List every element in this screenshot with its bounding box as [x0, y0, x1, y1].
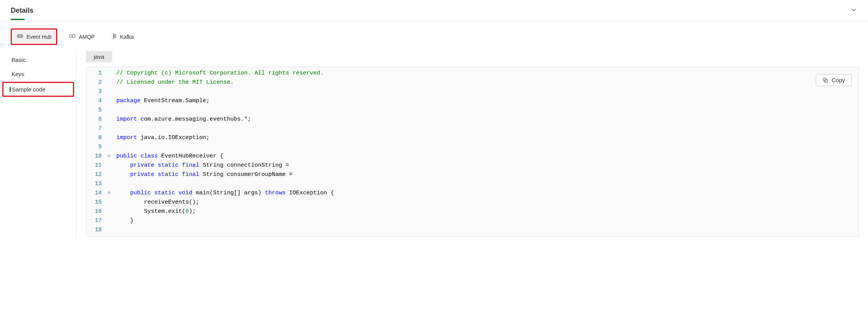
fold-marker: [106, 142, 112, 152]
fold-marker: [106, 179, 112, 189]
line-number: 8: [93, 133, 102, 142]
code-view[interactable]: 123456789101112131415161718 ⊟⊟ // Copyri…: [86, 67, 858, 236]
highlight-sidebar-sample-code: Sample code: [2, 82, 74, 97]
copy-icon: [822, 77, 828, 83]
protocol-tabs: Event Hub AMQP Kafka: [0, 22, 868, 48]
fold-marker[interactable]: ⊟: [106, 189, 112, 198]
fold-marker: [106, 69, 112, 78]
line-number: 7: [93, 124, 102, 133]
fold-marker: [106, 115, 112, 124]
code-line: public static void main(String[] args) t…: [116, 189, 855, 198]
line-number: 16: [93, 207, 102, 216]
code-line: private static final String consumerGrou…: [116, 170, 855, 179]
fold-marker: [106, 216, 112, 225]
line-number: 15: [93, 198, 102, 207]
copy-label: Copy: [832, 77, 845, 83]
line-number: 13: [93, 179, 102, 189]
svg-point-4: [69, 35, 73, 38]
line-number: 6: [93, 115, 102, 124]
chevron-down-icon: [850, 7, 857, 13]
fold-gutter: ⊟⊟: [105, 67, 113, 236]
sidebar-item-label: Sample code: [12, 86, 46, 93]
fold-marker: [106, 225, 112, 235]
code-line: public class EventHubReceiver {: [116, 152, 855, 161]
line-number: 3: [93, 87, 102, 96]
svg-line-14: [114, 36, 115, 37]
eventhub-icon: [17, 33, 23, 41]
sidebar-item-label: Keys: [12, 71, 24, 77]
code-line: [116, 87, 855, 96]
protocol-amqp[interactable]: AMQP: [65, 30, 98, 43]
line-number: 1: [93, 69, 102, 78]
line-number: 9: [93, 142, 102, 152]
code-line: package EventStream.Sample;: [116, 96, 855, 106]
line-number: 11: [93, 161, 102, 170]
code-line: System.exit(0);: [116, 207, 855, 216]
content-panel: java Copy 123456789101112131415161718 ⊟⊟…: [77, 48, 868, 242]
fold-marker: [106, 133, 112, 142]
fold-marker: [106, 198, 112, 207]
protocol-label: Kafka: [120, 34, 134, 40]
line-number: 5: [93, 106, 102, 115]
svg-point-9: [115, 35, 116, 36]
code-line: [116, 225, 855, 235]
fold-marker: [106, 207, 112, 216]
code-line: import com.azure.messaging.eventhubs.*;: [116, 115, 855, 124]
sidebar-item-sample-code[interactable]: Sample code: [3, 83, 73, 96]
line-number: 18: [93, 225, 102, 235]
protocol-label: AMQP: [79, 34, 94, 40]
svg-point-10: [115, 37, 116, 38]
code-line: import java.io.IOException;: [116, 133, 855, 142]
sidebar-item-keys[interactable]: Keys: [0, 67, 76, 81]
svg-point-7: [113, 36, 114, 37]
fold-marker: [106, 87, 112, 96]
collapse-toggle[interactable]: [850, 7, 857, 15]
fold-marker: [106, 96, 112, 106]
code-line: }: [116, 216, 855, 225]
code-line: receiveEvents();: [116, 198, 855, 207]
protocol-kafka[interactable]: Kafka: [106, 30, 138, 43]
fold-marker: [106, 161, 112, 170]
kafka-icon: [110, 33, 117, 41]
amqp-icon: [69, 33, 76, 41]
code-line: [116, 106, 855, 115]
fold-marker: [106, 170, 112, 179]
code-lines: // Copyright (c) Microsoft Corporation. …: [113, 67, 858, 236]
code-line: [116, 142, 855, 152]
line-number: 12: [93, 170, 102, 179]
fold-marker[interactable]: ⊟: [106, 152, 112, 161]
code-line: private static final String connectionSt…: [116, 161, 855, 170]
fold-marker: [106, 124, 112, 133]
line-number: 4: [93, 96, 102, 106]
sidebar: Basic Keys Sample code: [0, 50, 77, 242]
fold-marker: [106, 106, 112, 115]
svg-line-13: [114, 35, 115, 36]
main-area: Basic Keys Sample code java Copy 1234567…: [0, 48, 868, 242]
fold-marker: [106, 78, 112, 87]
svg-point-5: [72, 35, 75, 38]
code-line: [116, 124, 855, 133]
protocol-event-hub[interactable]: Event Hub: [13, 30, 55, 43]
code-line: // Copyright (c) Microsoft Corporation. …: [116, 69, 855, 78]
highlight-protocol-eventhub: Event Hub: [11, 28, 57, 45]
page-title: Details: [11, 1, 33, 20]
svg-point-6: [113, 33, 114, 35]
details-header: Details: [0, 0, 868, 22]
line-number-gutter: 123456789101112131415161718: [86, 67, 105, 236]
code-container: Copy 123456789101112131415161718 ⊟⊟ // C…: [86, 67, 859, 237]
code-line: // Licensed under the MIT License.: [116, 78, 855, 87]
line-number: 17: [93, 216, 102, 225]
protocol-label: Event Hub: [26, 34, 51, 40]
svg-point-8: [113, 38, 114, 39]
line-number: 14: [93, 189, 102, 198]
code-line: [116, 179, 855, 189]
sidebar-item-label: Basic: [12, 56, 26, 63]
sidebar-item-basic[interactable]: Basic: [0, 53, 76, 67]
line-number: 2: [93, 78, 102, 87]
copy-button[interactable]: Copy: [816, 74, 851, 86]
language-pill[interactable]: java: [86, 51, 112, 62]
line-number: 10: [93, 152, 102, 161]
